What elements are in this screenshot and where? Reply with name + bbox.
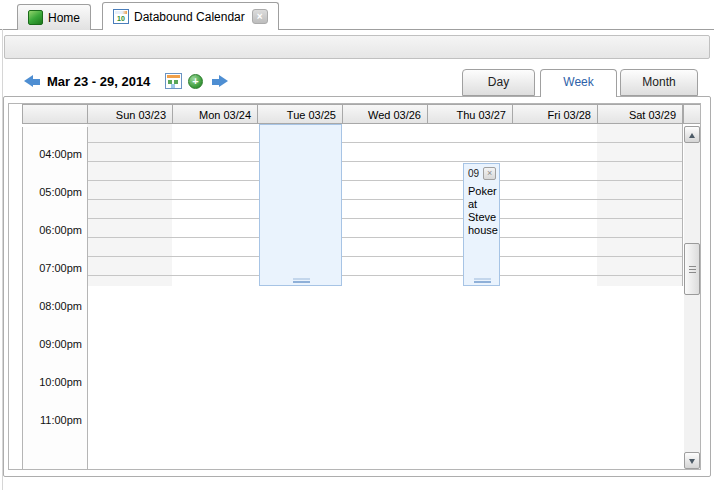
tab-databound-calendar[interactable]: Databound Calendar × bbox=[102, 2, 279, 30]
time-slot[interactable] bbox=[172, 200, 257, 219]
time-gutter-header bbox=[22, 104, 88, 124]
event-time-badge: 09 bbox=[468, 168, 479, 179]
time-slot[interactable] bbox=[512, 257, 597, 276]
time-slot[interactable] bbox=[87, 181, 172, 200]
event-header: 09 × bbox=[464, 164, 499, 181]
time-slot[interactable] bbox=[342, 200, 427, 219]
time-slot[interactable] bbox=[597, 200, 682, 219]
time-slot[interactable] bbox=[342, 257, 427, 276]
time-slot[interactable] bbox=[172, 181, 257, 200]
day-column bbox=[597, 124, 683, 286]
day-header[interactable]: Tue 03/25 bbox=[257, 104, 343, 124]
time-slot[interactable] bbox=[172, 219, 257, 238]
time-slot[interactable] bbox=[512, 238, 597, 257]
app-window: Home Databound Calendar × Mar 23 - 29, 2… bbox=[0, 0, 714, 490]
scroll-down-icon[interactable] bbox=[684, 452, 700, 469]
event-title: Poker at Steve house bbox=[464, 181, 499, 237]
time-slot[interactable] bbox=[597, 219, 682, 238]
time-slot[interactable] bbox=[87, 162, 172, 181]
time-slot[interactable] bbox=[597, 162, 682, 181]
time-slot[interactable] bbox=[427, 143, 512, 162]
vertical-scrollbar[interactable] bbox=[684, 126, 700, 469]
time-slot[interactable] bbox=[597, 124, 682, 143]
day-header[interactable]: Thu 03/27 bbox=[427, 104, 513, 124]
time-slot[interactable] bbox=[172, 143, 257, 162]
time-label-spacer bbox=[22, 355, 88, 375]
time-slot[interactable] bbox=[512, 276, 597, 286]
time-slot[interactable] bbox=[87, 276, 172, 286]
tab-home[interactable]: Home bbox=[17, 4, 91, 30]
time-slot[interactable] bbox=[87, 219, 172, 238]
time-slot[interactable] bbox=[87, 143, 172, 162]
event-block-tuesday[interactable] bbox=[259, 124, 342, 286]
time-label bbox=[22, 450, 88, 470]
time-label-spacer bbox=[22, 203, 88, 223]
tab-home-label: Home bbox=[48, 11, 80, 25]
day-header[interactable]: Mon 03/24 bbox=[172, 104, 258, 124]
date-range-label: Mar 23 - 29, 2014 bbox=[47, 74, 150, 89]
time-slot[interactable] bbox=[87, 238, 172, 257]
time-slot[interactable] bbox=[512, 162, 597, 181]
day-header[interactable]: Wed 03/26 bbox=[342, 104, 428, 124]
view-tab-week[interactable]: Week bbox=[540, 69, 617, 97]
scrollbar-thumb[interactable] bbox=[684, 243, 700, 295]
toolbar bbox=[4, 35, 710, 59]
event-poker[interactable]: 09 × Poker at Steve house bbox=[463, 163, 500, 286]
tab-close-icon[interactable]: × bbox=[252, 9, 268, 24]
time-slot[interactable] bbox=[597, 276, 682, 286]
time-slot[interactable] bbox=[172, 238, 257, 257]
time-label: 07:00pm bbox=[22, 260, 88, 280]
time-slot[interactable] bbox=[512, 143, 597, 162]
time-slot[interactable] bbox=[172, 276, 257, 286]
prev-week-arrow-icon[interactable] bbox=[24, 75, 41, 88]
resize-handle[interactable] bbox=[293, 278, 310, 283]
time-slot[interactable] bbox=[597, 238, 682, 257]
next-week-arrow-icon[interactable] bbox=[211, 75, 228, 88]
day-header[interactable]: Sat 03/29 bbox=[597, 104, 683, 124]
tab-databound-calendar-label: Databound Calendar bbox=[134, 10, 245, 24]
time-label: 10:00pm bbox=[22, 374, 88, 394]
day-column bbox=[342, 124, 428, 286]
time-slot[interactable] bbox=[512, 219, 597, 238]
time-label: 06:00pm bbox=[22, 222, 88, 242]
home-cube-icon bbox=[28, 10, 43, 25]
time-slot[interactable] bbox=[342, 162, 427, 181]
view-tab-month[interactable]: Month bbox=[620, 69, 698, 96]
time-slot[interactable] bbox=[512, 124, 597, 143]
time-slot[interactable] bbox=[342, 276, 427, 286]
time-slot[interactable] bbox=[87, 200, 172, 219]
time-label: 08:00pm bbox=[22, 298, 88, 318]
day-column bbox=[172, 124, 258, 286]
resize-handle[interactable] bbox=[474, 278, 491, 283]
time-label-spacer bbox=[22, 165, 88, 185]
time-slot[interactable] bbox=[172, 162, 257, 181]
event-close-icon[interactable]: × bbox=[483, 167, 496, 180]
time-label-spacer bbox=[22, 279, 88, 299]
time-slot[interactable] bbox=[172, 124, 257, 143]
time-slot[interactable] bbox=[342, 143, 427, 162]
time-slot[interactable] bbox=[172, 257, 257, 276]
day-column bbox=[512, 124, 598, 286]
datepicker-icon[interactable] bbox=[165, 73, 182, 89]
time-slot[interactable] bbox=[427, 124, 512, 143]
add-event-icon[interactable]: + bbox=[188, 74, 203, 89]
time-label: 11:00pm bbox=[22, 412, 88, 432]
time-slot[interactable] bbox=[87, 124, 172, 143]
day-header[interactable]: Sun 03/23 bbox=[87, 104, 173, 124]
time-slot[interactable] bbox=[512, 181, 597, 200]
scroll-up-icon[interactable] bbox=[684, 126, 700, 143]
time-slot[interactable] bbox=[342, 124, 427, 143]
scheduler-grid: 09 × Poker at Steve house Sun 03/23Mon 0… bbox=[8, 103, 701, 470]
day-column bbox=[87, 124, 173, 286]
time-slot[interactable] bbox=[342, 181, 427, 200]
day-header[interactable]: Fri 03/28 bbox=[512, 104, 598, 124]
time-slot[interactable] bbox=[597, 143, 682, 162]
view-tab-day[interactable]: Day bbox=[462, 69, 535, 96]
time-slot[interactable] bbox=[342, 238, 427, 257]
time-slot[interactable] bbox=[597, 257, 682, 276]
document-tabbar: Home Databound Calendar × bbox=[0, 0, 714, 30]
time-slot[interactable] bbox=[512, 200, 597, 219]
time-slot[interactable] bbox=[87, 257, 172, 276]
time-slot[interactable] bbox=[597, 181, 682, 200]
time-slot[interactable] bbox=[342, 219, 427, 238]
